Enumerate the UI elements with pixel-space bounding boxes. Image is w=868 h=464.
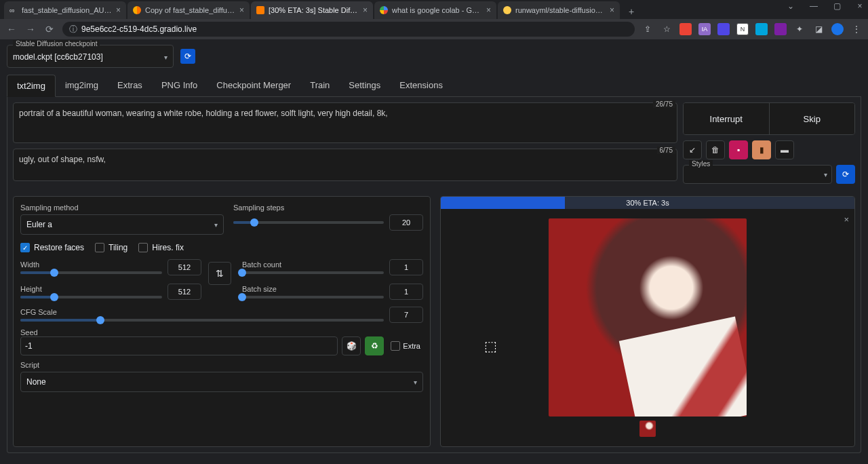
cfg-slider[interactable] bbox=[20, 319, 384, 322]
close-preview-button[interactable]: × bbox=[844, 214, 849, 225]
sampling-steps-slider[interactable] bbox=[233, 221, 384, 224]
tab-img2img[interactable]: img2img bbox=[56, 75, 108, 96]
save-style-button[interactable]: ▬ bbox=[775, 140, 794, 159]
colab-icon bbox=[133, 6, 141, 14]
width-value[interactable] bbox=[167, 259, 201, 275]
slider-thumb[interactable] bbox=[50, 293, 58, 301]
restore-faces-checkbox[interactable]: ✓ Restore faces bbox=[20, 243, 84, 252]
share-icon[interactable]: ⇪ bbox=[642, 23, 654, 35]
extension-icon[interactable]: N bbox=[736, 23, 749, 35]
generated-image[interactable] bbox=[549, 218, 747, 417]
arrow-down-button[interactable]: ↙ bbox=[683, 140, 702, 159]
slider-thumb[interactable] bbox=[238, 269, 246, 277]
browser-tab[interactable]: [30% ETA: 3s] Stable Diffusion × bbox=[251, 1, 373, 19]
tiling-checkbox[interactable]: Tiling bbox=[95, 243, 127, 252]
batch-size-label: Batch size bbox=[242, 285, 384, 293]
slider-thumb[interactable] bbox=[96, 316, 104, 324]
swap-dimensions-button[interactable]: ⇅ bbox=[208, 262, 231, 285]
app-body: Stable Diffusion checkpoint model.ckpt [… bbox=[0, 39, 868, 459]
tab-checkpoint-merger[interactable]: Checkpoint Merger bbox=[207, 75, 300, 96]
extension-icon[interactable]: IA bbox=[698, 23, 711, 35]
extension-icon[interactable] bbox=[679, 23, 692, 35]
hires-label: Hires. fix bbox=[152, 243, 184, 252]
side-panel-icon[interactable]: ◪ bbox=[812, 23, 825, 35]
checkbox-icon bbox=[95, 243, 104, 252]
gradio-icon bbox=[256, 6, 264, 14]
tab-png-info[interactable]: PNG Info bbox=[152, 75, 207, 96]
script-select[interactable]: None ▾ bbox=[20, 372, 423, 392]
infinity-icon: ∞ bbox=[9, 6, 18, 14]
batch-count-slider[interactable] bbox=[242, 271, 384, 274]
cfg-label: CFG Scale bbox=[20, 308, 384, 316]
profile-icon[interactable] bbox=[831, 23, 844, 35]
browser-tab[interactable]: Copy of fast_stable_diffusion × bbox=[127, 1, 250, 19]
tab-train[interactable]: Train bbox=[300, 75, 339, 96]
script-value: None bbox=[26, 377, 46, 387]
reload-icon[interactable]: ⟳ bbox=[43, 24, 56, 35]
style-button[interactable]: ▪ bbox=[729, 140, 748, 159]
styles-label: Styles bbox=[689, 160, 713, 168]
browser-tab[interactable]: what is google colab - Google × bbox=[374, 1, 496, 19]
extension-icon[interactable] bbox=[717, 23, 730, 35]
hires-fix-checkbox[interactable]: Hires. fix bbox=[138, 243, 184, 252]
menu-icon[interactable]: ⋮ bbox=[850, 23, 863, 35]
close-icon[interactable]: × bbox=[486, 5, 491, 15]
tab-title: runwayml/stable-diffusion-v1 bbox=[515, 6, 606, 14]
slider-thumb[interactable] bbox=[50, 269, 58, 277]
skip-button[interactable]: Skip bbox=[770, 103, 855, 134]
cfg-value[interactable] bbox=[389, 307, 423, 323]
progress-bar: 30% ETA: 3s bbox=[441, 197, 854, 209]
star-icon[interactable]: ☆ bbox=[660, 23, 673, 35]
tab-settings[interactable]: Settings bbox=[339, 75, 390, 96]
close-icon[interactable]: × bbox=[239, 5, 244, 15]
sampling-steps-value[interactable] bbox=[389, 214, 423, 231]
browser-tab[interactable]: runwayml/stable-diffusion-v1 × bbox=[498, 1, 620, 19]
close-icon[interactable]: × bbox=[363, 5, 368, 15]
interrupt-button[interactable]: Interrupt bbox=[684, 103, 770, 134]
tab-title: [30% ETA: 3s] Stable Diffusion bbox=[269, 6, 359, 14]
width-slider[interactable] bbox=[20, 271, 162, 274]
extensions-icon[interactable]: ✦ bbox=[793, 23, 806, 35]
prompt-input[interactable]: 26/75 portrait of a beautiful woman, wea… bbox=[13, 102, 677, 143]
height-slider[interactable] bbox=[20, 296, 162, 298]
refresh-styles-button[interactable]: ⟳ bbox=[836, 165, 855, 184]
slider-thumb[interactable] bbox=[238, 293, 246, 301]
seed-extra-checkbox[interactable]: Extra bbox=[388, 336, 423, 355]
reuse-seed-button[interactable]: ♻ bbox=[365, 336, 384, 355]
tab-extensions[interactable]: Extensions bbox=[390, 75, 452, 96]
batch-count-value[interactable] bbox=[389, 259, 423, 275]
height-value[interactable] bbox=[167, 284, 201, 300]
url-input[interactable]: ⓘ 9e5e6cc2-c519-4dc5.gradio.live bbox=[62, 22, 635, 37]
random-seed-button[interactable]: 🎲 bbox=[342, 336, 361, 355]
negative-prompt-input[interactable]: 6/75 ugly, out of shape, nsfw, bbox=[13, 149, 677, 181]
checkpoint-select[interactable]: Stable Diffusion checkpoint model.ckpt [… bbox=[7, 45, 174, 68]
extension-icon[interactable] bbox=[774, 23, 787, 35]
seed-input[interactable] bbox=[20, 336, 338, 355]
maximize-icon[interactable]: ▢ bbox=[831, 1, 842, 11]
close-window-icon[interactable]: × bbox=[854, 1, 865, 11]
batch-size-slider[interactable] bbox=[242, 296, 384, 298]
clear-button[interactable]: 🗑 bbox=[706, 140, 725, 159]
close-icon[interactable]: × bbox=[610, 5, 614, 15]
tab-extras[interactable]: Extras bbox=[108, 75, 152, 96]
settings-panel: Sampling method Euler a ▾ Sampling steps bbox=[13, 196, 431, 447]
url-text: 9e5e6cc2-c519-4dc5.gradio.live bbox=[81, 24, 197, 34]
browser-tab[interactable]: ∞ fast_stable_diffusion_AUTOMA × bbox=[4, 1, 126, 19]
sampling-method-select[interactable]: Euler a ▾ bbox=[20, 214, 224, 235]
clipboard-button[interactable]: ▮ bbox=[752, 140, 771, 159]
tab-txt2img[interactable]: txt2img bbox=[7, 75, 56, 97]
refresh-checkpoint-button[interactable]: ⟳ bbox=[180, 49, 195, 64]
close-icon[interactable]: × bbox=[116, 5, 121, 15]
chevron-down-icon[interactable]: ⌄ bbox=[785, 1, 796, 11]
site-info-icon[interactable]: ⓘ bbox=[69, 24, 77, 35]
batch-size-value[interactable] bbox=[389, 284, 423, 300]
slider-thumb[interactable] bbox=[250, 218, 258, 227]
styles-select[interactable]: Styles ▾ bbox=[683, 165, 832, 184]
neg-prompt-token-count: 6/75 bbox=[657, 147, 675, 154]
minimize-icon[interactable]: ― bbox=[808, 1, 819, 11]
forward-icon[interactable]: → bbox=[24, 24, 37, 35]
back-icon[interactable]: ← bbox=[5, 24, 18, 35]
new-tab-button[interactable]: + bbox=[624, 4, 639, 19]
extension-icon[interactable] bbox=[755, 23, 768, 35]
image-thumbnail[interactable] bbox=[639, 421, 656, 437]
